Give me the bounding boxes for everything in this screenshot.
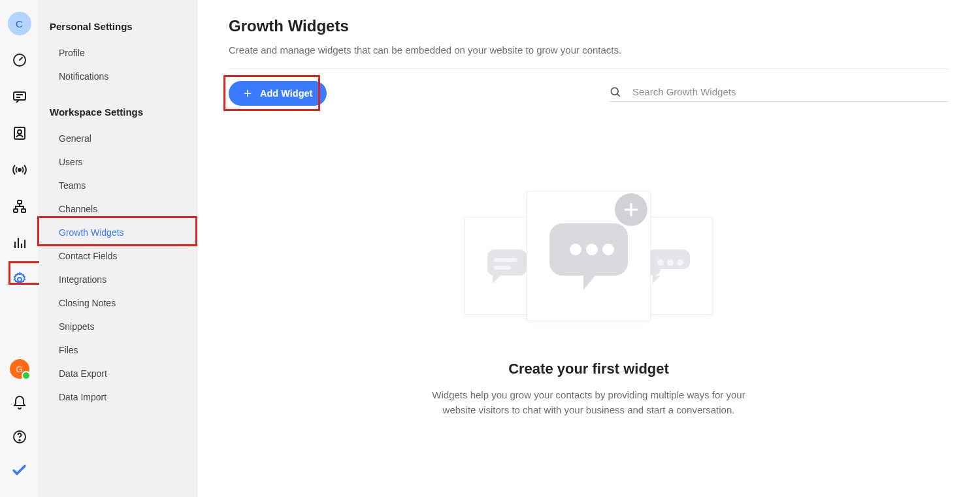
search-wrap xyxy=(609,86,949,102)
sidebar-item-data-import[interactable]: Data Import xyxy=(39,385,197,409)
sidebar-item-snippets[interactable]: Snippets xyxy=(39,315,197,338)
svg-rect-6 xyxy=(14,209,18,212)
svg-rect-13 xyxy=(494,266,511,270)
svg-rect-1 xyxy=(14,92,25,100)
search-icon xyxy=(609,86,622,99)
sidebar-item-users[interactable]: Users xyxy=(39,150,197,174)
settings-sidebar: Personal Settings Profile Notifications … xyxy=(39,0,197,497)
page-title: Growth Widgets xyxy=(229,17,949,35)
sidebar-item-integrations[interactable]: Integrations xyxy=(39,268,197,291)
svg-point-10 xyxy=(19,440,20,441)
svg-rect-5 xyxy=(18,200,22,204)
svg-point-11 xyxy=(611,88,618,95)
sidebar-item-data-export[interactable]: Data Export xyxy=(39,362,197,385)
contacts-icon[interactable] xyxy=(5,119,34,148)
svg-point-17 xyxy=(570,244,581,255)
empty-state-subtitle: Widgets help you grow your contacts by p… xyxy=(432,388,745,417)
sidebar-item-files[interactable]: Files xyxy=(39,338,197,362)
highlight-frame xyxy=(8,261,41,285)
broadcast-icon[interactable] xyxy=(5,155,34,184)
brand-logo-icon[interactable] xyxy=(5,457,34,485)
highlight-frame xyxy=(37,216,197,246)
highlight-frame xyxy=(223,75,320,111)
svg-point-19 xyxy=(602,244,614,255)
main-content: Growth Widgets Create and manage widgets… xyxy=(197,0,980,497)
svg-point-14 xyxy=(657,259,664,266)
help-icon[interactable] xyxy=(5,423,34,451)
svg-point-4 xyxy=(18,168,21,171)
svg-rect-12 xyxy=(494,258,517,262)
page-subtitle: Create and manage widgets that can be em… xyxy=(229,44,949,56)
workspace-settings-header: Workspace Settings xyxy=(39,103,197,127)
sidebar-item-contact-fields[interactable]: Contact Fields xyxy=(39,244,197,268)
svg-point-3 xyxy=(18,130,22,134)
divider xyxy=(229,69,949,69)
sidebar-item-notifications[interactable]: Notifications xyxy=(39,65,197,88)
icon-rail: C G xyxy=(0,0,39,497)
workflow-icon[interactable] xyxy=(5,192,34,221)
svg-rect-7 xyxy=(22,209,25,212)
sidebar-item-closing-notes[interactable]: Closing Notes xyxy=(39,291,197,315)
reports-icon[interactable] xyxy=(5,229,34,257)
messages-icon[interactable] xyxy=(5,82,34,111)
svg-point-16 xyxy=(677,259,683,266)
toolbar: Add Widget xyxy=(229,81,949,106)
dashboard-icon[interactable] xyxy=(5,46,34,74)
personal-settings-header: Personal Settings xyxy=(39,17,197,41)
settings-icon[interactable] xyxy=(5,265,34,294)
svg-point-18 xyxy=(586,244,598,255)
search-input[interactable] xyxy=(632,86,949,97)
avatar-letter-bottom: G xyxy=(10,359,29,379)
workspace-avatar[interactable]: C xyxy=(5,9,34,38)
empty-illustration xyxy=(465,184,713,328)
sidebar-item-general[interactable]: General xyxy=(39,127,197,150)
plus-badge-icon xyxy=(615,193,647,226)
avatar-letter: C xyxy=(8,12,31,35)
svg-point-15 xyxy=(667,259,674,266)
empty-state: Create your first widget Widgets help yo… xyxy=(229,184,949,417)
sidebar-item-teams[interactable]: Teams xyxy=(39,174,197,197)
notifications-bell-icon[interactable] xyxy=(5,389,34,417)
empty-state-title: Create your first widget xyxy=(508,361,669,377)
sidebar-item-profile[interactable]: Profile xyxy=(39,41,197,65)
user-avatar[interactable]: G xyxy=(5,355,34,383)
